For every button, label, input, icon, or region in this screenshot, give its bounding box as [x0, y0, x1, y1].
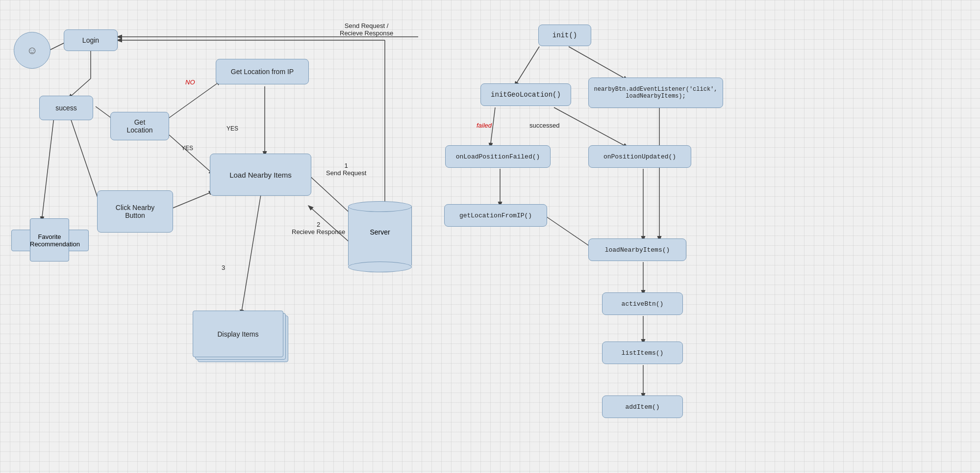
get-location-label: GetLocation	[127, 118, 153, 134]
send-request-label: Send Request /Recieve Response	[340, 22, 393, 37]
get-location-from-ip-label: getLocationFromIP()	[459, 212, 532, 219]
svg-line-16	[515, 47, 539, 86]
svg-line-10	[42, 117, 54, 221]
success-node: sucess	[39, 96, 93, 120]
svg-line-8	[172, 191, 213, 209]
load-nearby-label: Load Nearby Items	[229, 171, 292, 179]
login-node: Login	[64, 29, 118, 51]
no-label: NO	[185, 79, 195, 86]
login-label: Login	[82, 36, 99, 44]
init-node: init()	[538, 25, 591, 46]
svg-line-9	[69, 113, 101, 206]
svg-line-5	[169, 81, 221, 118]
get-location-from-ip-node: getLocationFromIP()	[444, 204, 547, 227]
load-nearby-node: Load Nearby Items	[210, 154, 311, 196]
success-label: sucess	[55, 104, 77, 112]
add-item-node: addItem()	[602, 395, 683, 418]
nearby-btn-label: nearbyBtn.addEventListener('click',loadN…	[594, 86, 717, 100]
svg-line-11	[241, 195, 261, 314]
get-location-ip-node: Get Location from IP	[216, 59, 309, 84]
click-nearby-node: Click NearbyButton	[97, 190, 173, 233]
get-location-ip-label: Get Location from IP	[231, 68, 294, 76]
svg-line-17	[569, 47, 628, 80]
server-label: Server	[370, 228, 390, 236]
on-position-updated-label: onPositionUpdated()	[603, 153, 676, 160]
svg-line-7	[169, 135, 213, 174]
svg-line-2	[69, 79, 91, 98]
server-node: Server	[346, 201, 414, 272]
list-items-label: listItems()	[622, 349, 664, 357]
init-geo-location-node: initGeoLocation()	[480, 83, 571, 106]
person-icon: ☺	[14, 32, 50, 69]
on-load-failed-label: onLoadPositionFailed()	[456, 153, 540, 160]
nearby-btn-node: nearbyBtn.addEventListener('click',loadN…	[588, 78, 723, 108]
display-items-node: Display Items	[193, 311, 291, 365]
click-nearby-label: Click NearbyButton	[116, 204, 154, 219]
on-position-updated-node: onPositionUpdated()	[588, 145, 691, 168]
num1-label: 1Send Request	[326, 162, 366, 177]
display-items-label: Display Items	[217, 330, 258, 338]
load-nearby-items-label: loadNearbyItems()	[605, 246, 670, 254]
yes-label-2: YES	[181, 145, 193, 152]
init-geo-label: initGeoLocation()	[491, 91, 561, 99]
get-location-node: GetLocation	[110, 112, 169, 140]
svg-line-19	[554, 107, 628, 147]
num3-label: 3	[222, 264, 225, 271]
add-item-label: addItem()	[625, 403, 659, 411]
yes-label-1: YES	[226, 125, 238, 132]
failed-label: failed	[477, 122, 492, 129]
list-items-node: listItems()	[602, 342, 683, 364]
init-label: init()	[553, 31, 577, 39]
favorite-node: FavoriteRecommendation	[11, 218, 90, 263]
favorite-label: FavoriteRecommendation	[30, 233, 69, 248]
load-nearby-items-node: loadNearbyItems()	[588, 238, 686, 261]
successed-label: successed	[529, 122, 559, 129]
active-btn-label: activeBtn()	[622, 300, 664, 308]
on-load-position-failed-node: onLoadPositionFailed()	[445, 145, 551, 168]
num2-label: 2Recieve Response	[292, 221, 345, 236]
active-btn-node: activeBtn()	[602, 292, 683, 315]
